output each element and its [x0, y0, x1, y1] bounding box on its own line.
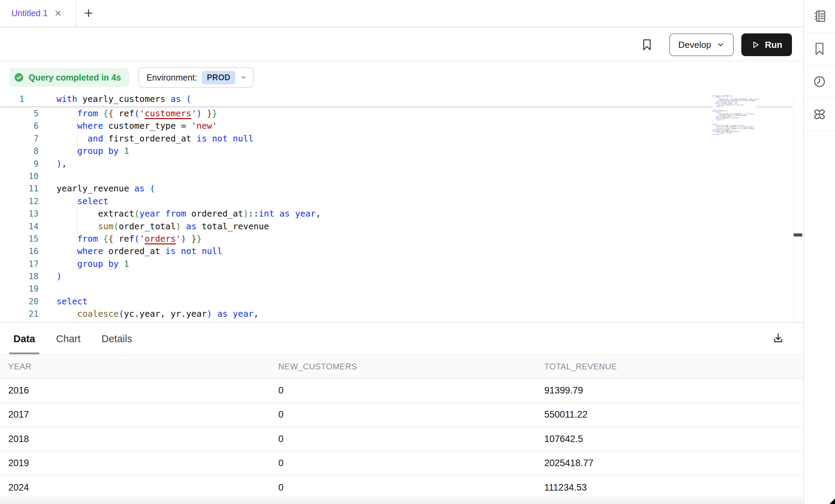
editor-scrollbar-handle[interactable] — [794, 233, 802, 237]
code-line: 7 and first_ordered_at is not null — [0, 133, 793, 145]
code-line: 16 where ordered_at is not null — [0, 245, 793, 258]
code-line: 5 from {{ ref('customers') }} — [0, 107, 793, 120]
editor-minimap[interactable]: with yearly_customers as ( select extrac… — [712, 95, 756, 136]
plus-icon — [83, 8, 94, 18]
run-button[interactable]: Run — [741, 33, 792, 56]
table-row: 20170550011.22 — [0, 403, 803, 428]
lineage-icon — [812, 107, 827, 122]
results-tab-details[interactable]: Details — [97, 323, 136, 355]
chevron-down-icon — [717, 41, 725, 49]
bookmark-icon — [642, 39, 652, 51]
column-header: NEW_CUSTOMERS — [270, 355, 536, 378]
tab-title: Untitled 1 — [11, 8, 48, 18]
toolbar: Develop Run — [0, 29, 803, 61]
bookmark-query-button[interactable] — [642, 39, 652, 51]
main-area: Untitled 1 — [0, 0, 803, 504]
table-cell: 107642.5 — [536, 427, 803, 451]
code-line: 9), — [0, 158, 793, 170]
app-window: Untitled 1 — [0, 0, 835, 504]
table-row: 20240111234.53 — [0, 476, 803, 500]
download-results-button[interactable] — [772, 332, 784, 344]
sidebar-item-history[interactable] — [804, 65, 835, 98]
code-line: 11yearly_revenue as ( — [0, 182, 793, 195]
table-cell: 2019 — [0, 452, 270, 475]
horizontal-scrollbar-track[interactable] — [0, 497, 803, 504]
results-tab-chart[interactable]: Chart — [52, 323, 85, 355]
code-line: 21 coalesce(yc.year, yr.year) as year, — [0, 308, 793, 320]
tab-untitled-1[interactable]: Untitled 1 — [0, 0, 76, 26]
code-line: 8 group by 1 — [0, 145, 793, 157]
code-editor[interactable]: 5 from {{ ref('customers') }}6 where cus… — [0, 93, 803, 323]
code-line: 13 extract(year from ordered_at)::int as… — [0, 208, 793, 220]
table-cell: 0 — [270, 427, 536, 451]
table-row: 2016091399.79 — [0, 379, 803, 403]
right-sidebar — [803, 0, 835, 504]
download-icon — [772, 332, 784, 344]
table-cell: 0 — [270, 403, 536, 427]
table-cell: 2018 — [0, 427, 270, 451]
sticky-scroll-line: 1with yearly_customers as ( — [0, 93, 793, 106]
check-circle-icon — [14, 72, 24, 83]
code-line: 22 coalesce(yc.new_customers, 0) as new_… — [0, 321, 793, 323]
code-lines: 5 from {{ ref('customers') }}6 where cus… — [0, 107, 793, 323]
table-row: 201902025418.77 — [0, 452, 803, 476]
code-line: 18) — [0, 270, 793, 283]
query-status-badge: Query completed in 4s — [9, 68, 129, 87]
code-line: 6 where customer_type = 'new' — [0, 120, 793, 132]
code-line: 19 — [0, 283, 793, 295]
sidebar-item-bookmarks[interactable] — [804, 33, 835, 65]
code-line: 10 — [0, 170, 793, 182]
new-tab-button[interactable] — [83, 8, 94, 18]
run-label: Run — [765, 40, 782, 50]
table-cell: 2016 — [0, 379, 270, 402]
environment-select[interactable]: Environment: PROD — [138, 67, 254, 88]
table-cell: 0 — [270, 379, 536, 402]
code-line: 14 sum(order_total) as total_revenue — [0, 220, 793, 233]
bookmark-icon — [813, 42, 826, 56]
sidebar-item-lineage[interactable] — [804, 98, 835, 131]
develop-label: Develop — [678, 40, 711, 50]
code-line: 12 select — [0, 195, 793, 208]
close-icon — [54, 9, 62, 17]
table-header-row: YEARNEW_CUSTOMERSTOTAL_REVENUE — [0, 355, 803, 379]
table-row: 20180107642.5 — [0, 427, 803, 452]
play-icon — [751, 40, 760, 49]
table-body: 2016091399.7920170550011.2220180107642.5… — [0, 379, 803, 500]
table-cell: 91399.79 — [536, 379, 803, 402]
table-cell: 2025418.77 — [536, 452, 803, 475]
sidebar-item-notebook[interactable] — [804, 0, 835, 33]
column-header: YEAR — [0, 355, 270, 378]
notebook-icon — [813, 9, 826, 23]
code-line: 17 group by 1 — [0, 258, 793, 270]
editor-scrollbar-track — [793, 93, 803, 322]
query-status-text: Query completed in 4s — [29, 73, 121, 83]
clock-history-icon — [813, 75, 826, 88]
code-line: 20select — [0, 295, 793, 308]
environment-label: Environment: — [146, 73, 197, 83]
table-cell: 0 — [270, 476, 536, 500]
chevron-down-icon — [240, 74, 247, 81]
table-cell: 0 — [270, 452, 536, 475]
table-cell: 550011.22 — [536, 403, 803, 427]
results-tab-bar: DataChartDetails — [0, 323, 803, 355]
status-bar: Query completed in 4s Environment: PROD — [0, 62, 803, 93]
table-cell: 2024 — [0, 476, 270, 500]
table-cell: 2017 — [0, 403, 270, 427]
editor-tab-bar: Untitled 1 — [0, 0, 803, 28]
code-line: 15 from {{ ref('orders') }} — [0, 233, 793, 245]
table-cell: 111234.53 — [536, 476, 803, 500]
environment-value-badge: PROD — [202, 71, 235, 84]
column-header: TOTAL_REVENUE — [536, 355, 803, 378]
develop-dropdown-button[interactable]: Develop — [669, 33, 734, 56]
results-panel: DataChartDetails YEARNEW_CUSTOMERSTOTAL_… — [0, 323, 803, 504]
results-tab-data[interactable]: Data — [9, 323, 39, 355]
code-line: 1with yearly_customers as ( — [0, 93, 793, 105]
close-tab-button[interactable] — [54, 9, 62, 17]
